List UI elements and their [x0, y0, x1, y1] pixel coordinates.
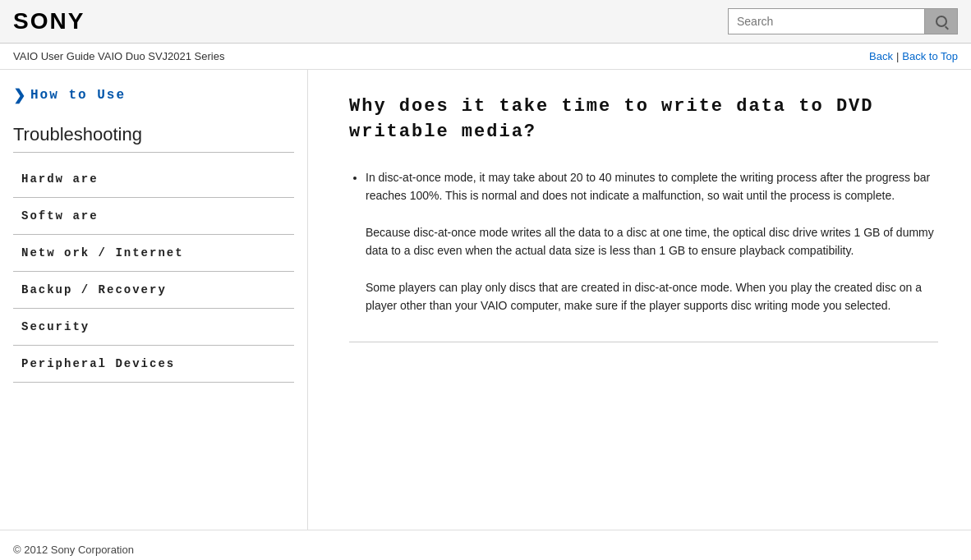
- sidebar-item-network[interactable]: Netw ork / Internet: [13, 235, 294, 272]
- header: SONY: [0, 0, 971, 44]
- content-paragraph-1: In disc-at-once mode, it may take about …: [366, 171, 930, 202]
- sidebar-item-peripheral[interactable]: Peripheral Devices: [13, 346, 294, 383]
- breadcrumb-bar: VAIO User Guide VAIO Duo SVJ2021 Series …: [0, 44, 971, 70]
- content-divider: [349, 342, 938, 342]
- copyright-text: © 2012 Sony Corporation: [13, 544, 134, 556]
- troubleshooting-heading: Troubleshooting: [13, 124, 294, 153]
- search-area: [728, 8, 958, 34]
- sidebar: ❯ How to Use Troubleshooting Hardw are S…: [0, 70, 308, 530]
- back-link[interactable]: Back: [869, 50, 893, 62]
- search-icon: [936, 16, 947, 27]
- sidebar-item-security[interactable]: Security: [13, 309, 294, 346]
- how-to-use-section: ❯ How to Use: [13, 86, 294, 104]
- how-to-use-label: How to Use: [30, 88, 126, 103]
- back-to-top-link[interactable]: Back to Top: [902, 50, 958, 62]
- search-button[interactable]: [925, 8, 958, 34]
- breadcrumb-separator: |: [896, 50, 899, 62]
- sony-logo: SONY: [13, 8, 85, 34]
- how-to-use-arrow-icon: ❯: [13, 86, 25, 104]
- content-area: Why does it take time to write data to D…: [308, 70, 971, 530]
- footer: © 2012 Sony Corporation: [0, 530, 971, 560]
- sidebar-item-backup[interactable]: Backup / Recovery: [13, 272, 294, 309]
- content-list-item: In disc-at-once mode, it may take about …: [366, 168, 938, 315]
- sidebar-item-software[interactable]: Softw are: [13, 198, 294, 235]
- main-layout: ❯ How to Use Troubleshooting Hardw are S…: [0, 70, 971, 530]
- content-title: Why does it take time to write data to D…: [349, 94, 938, 145]
- content-body: In disc-at-once mode, it may take about …: [349, 168, 938, 315]
- sidebar-item-hardware[interactable]: Hardw are: [13, 161, 294, 198]
- content-paragraph-2: Because disc-at-once mode writes all the…: [366, 226, 934, 257]
- sidebar-nav: Hardw are Softw are Netw ork / Internet …: [13, 161, 294, 383]
- breadcrumb-nav: Back | Back to Top: [869, 50, 958, 62]
- content-paragraph-3: Some players can play only discs that ar…: [366, 281, 922, 312]
- breadcrumb-title: VAIO User Guide VAIO Duo SVJ2021 Series: [13, 50, 224, 62]
- search-input[interactable]: [728, 8, 925, 34]
